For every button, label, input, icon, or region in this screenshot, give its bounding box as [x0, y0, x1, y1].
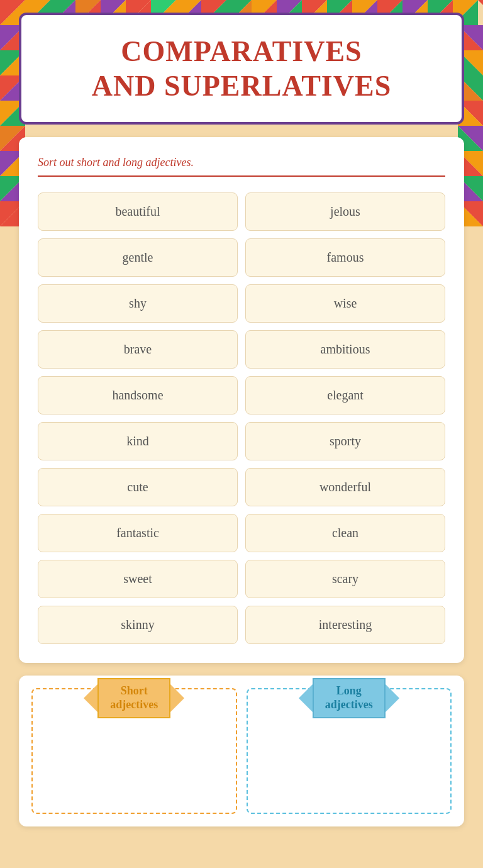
banner-right-arrow: [170, 684, 184, 712]
word-card[interactable]: sweet: [38, 560, 238, 598]
long-adjectives-column[interactable]: Long adjectives: [247, 688, 452, 814]
word-card[interactable]: skinny: [38, 606, 238, 644]
word-card[interactable]: beautiful: [38, 192, 238, 231]
word-card[interactable]: famous: [245, 238, 445, 277]
short-adjectives-column[interactable]: Short adjectives: [31, 688, 237, 814]
sort-section: Short adjectives Long adjectives: [19, 676, 464, 826]
word-card[interactable]: wise: [245, 284, 445, 323]
word-card[interactable]: shy: [38, 284, 238, 323]
word-card[interactable]: wonderful: [245, 468, 445, 506]
word-card[interactable]: clean: [245, 514, 445, 552]
title-card: COMPARATIVES AND SUPERLATIVES: [19, 13, 464, 125]
long-adjectives-label: Long adjectives: [313, 678, 386, 718]
word-card[interactable]: kind: [38, 422, 238, 460]
word-card[interactable]: fantastic: [38, 514, 238, 552]
worksheet-card: Sort out short and long adjectives. beau…: [19, 137, 464, 663]
word-card[interactable]: brave: [38, 330, 238, 369]
page-title: COMPARATIVES AND SUPERLATIVES: [47, 34, 436, 103]
word-card[interactable]: sporty: [245, 422, 445, 460]
sort-columns: Short adjectives Long adjectives: [31, 688, 452, 814]
word-card[interactable]: interesting: [245, 606, 445, 644]
word-grid: beautifuljelousgentlefamousshywisebravea…: [38, 192, 445, 644]
instruction-text: Sort out short and long adjectives.: [38, 156, 445, 177]
long-adjectives-banner: Long adjectives: [299, 678, 399, 718]
word-card[interactable]: gentle: [38, 238, 238, 277]
long-banner-left-arrow: [299, 684, 313, 712]
word-card[interactable]: scary: [245, 560, 445, 598]
word-card[interactable]: cute: [38, 468, 238, 506]
word-card[interactable]: handsome: [38, 376, 238, 415]
short-adjectives-label: Short adjectives: [97, 678, 170, 718]
long-banner-right-arrow: [386, 684, 399, 712]
word-card[interactable]: ambitious: [245, 330, 445, 369]
word-card[interactable]: elegant: [245, 376, 445, 415]
banner-left-arrow: [84, 684, 97, 712]
word-card[interactable]: jelous: [245, 192, 445, 231]
short-adjectives-banner: Short adjectives: [84, 678, 184, 718]
